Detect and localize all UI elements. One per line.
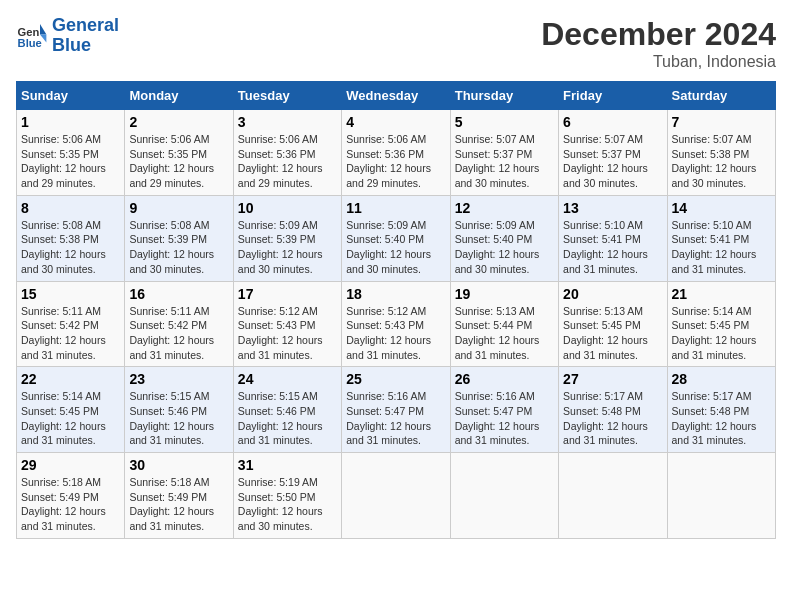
calendar-day-cell: 1 Sunrise: 5:06 AM Sunset: 5:35 PM Dayli… xyxy=(17,110,125,196)
sunset-time: 5:42 PM xyxy=(60,319,99,331)
day-number: 25 xyxy=(346,371,445,387)
day-number: 2 xyxy=(129,114,228,130)
sunset-label: Sunset: xyxy=(455,405,494,417)
calendar-day-cell xyxy=(342,453,450,539)
sunrise-label: Sunrise: xyxy=(455,133,496,145)
sunrise-label: Sunrise: xyxy=(563,133,604,145)
daylight-label: Daylight: xyxy=(563,162,607,174)
sunrise-time: 5:08 AM xyxy=(62,219,101,231)
day-info: Sunrise: 5:07 AM Sunset: 5:38 PM Dayligh… xyxy=(672,132,771,191)
calendar-day-cell: 2 Sunrise: 5:06 AM Sunset: 5:35 PM Dayli… xyxy=(125,110,233,196)
daylight-label: Daylight: xyxy=(563,334,607,346)
calendar-day-cell: 7 Sunrise: 5:07 AM Sunset: 5:38 PM Dayli… xyxy=(667,110,775,196)
daylight-label: Daylight: xyxy=(563,420,607,432)
col-tuesday: Tuesday xyxy=(233,82,341,110)
sunrise-label: Sunrise: xyxy=(346,305,387,317)
sunset-time: 5:37 PM xyxy=(602,148,641,160)
sunset-time: 5:35 PM xyxy=(168,148,207,160)
day-number: 27 xyxy=(563,371,662,387)
daylight-label: Daylight: xyxy=(129,162,173,174)
day-info: Sunrise: 5:07 AM Sunset: 5:37 PM Dayligh… xyxy=(563,132,662,191)
sunrise-label: Sunrise: xyxy=(129,476,170,488)
day-info: Sunrise: 5:09 AM Sunset: 5:40 PM Dayligh… xyxy=(346,218,445,277)
sunrise-label: Sunrise: xyxy=(129,390,170,402)
daylight-label: Daylight: xyxy=(238,334,282,346)
day-info: Sunrise: 5:13 AM Sunset: 5:45 PM Dayligh… xyxy=(563,304,662,363)
calendar-day-cell: 24 Sunrise: 5:15 AM Sunset: 5:46 PM Dayl… xyxy=(233,367,341,453)
day-info: Sunrise: 5:19 AM Sunset: 5:50 PM Dayligh… xyxy=(238,475,337,534)
sunset-time: 5:43 PM xyxy=(385,319,424,331)
calendar-day-cell: 27 Sunrise: 5:17 AM Sunset: 5:48 PM Dayl… xyxy=(559,367,667,453)
day-number: 6 xyxy=(563,114,662,130)
logo-blue: Blue xyxy=(52,35,91,55)
calendar-day-cell: 29 Sunrise: 5:18 AM Sunset: 5:49 PM Dayl… xyxy=(17,453,125,539)
calendar-day-cell: 5 Sunrise: 5:07 AM Sunset: 5:37 PM Dayli… xyxy=(450,110,558,196)
sunset-label: Sunset: xyxy=(346,405,385,417)
day-number: 3 xyxy=(238,114,337,130)
sunrise-label: Sunrise: xyxy=(455,219,496,231)
sunset-time: 5:40 PM xyxy=(493,233,532,245)
sunrise-label: Sunrise: xyxy=(346,390,387,402)
calendar-week-row: 22 Sunrise: 5:14 AM Sunset: 5:45 PM Dayl… xyxy=(17,367,776,453)
sunrise-label: Sunrise: xyxy=(672,133,713,145)
calendar-day-cell: 4 Sunrise: 5:06 AM Sunset: 5:36 PM Dayli… xyxy=(342,110,450,196)
svg-marker-2 xyxy=(40,24,46,34)
sunset-label: Sunset: xyxy=(672,148,711,160)
day-info: Sunrise: 5:14 AM Sunset: 5:45 PM Dayligh… xyxy=(672,304,771,363)
day-number: 22 xyxy=(21,371,120,387)
calendar-day-cell xyxy=(450,453,558,539)
page-subtitle: Tuban, Indonesia xyxy=(541,53,776,71)
calendar-day-cell: 30 Sunrise: 5:18 AM Sunset: 5:49 PM Dayl… xyxy=(125,453,233,539)
sunset-time: 5:38 PM xyxy=(60,233,99,245)
calendar-day-cell: 8 Sunrise: 5:08 AM Sunset: 5:38 PM Dayli… xyxy=(17,195,125,281)
day-info: Sunrise: 5:15 AM Sunset: 5:46 PM Dayligh… xyxy=(238,389,337,448)
daylight-label: Daylight: xyxy=(563,248,607,260)
col-friday: Friday xyxy=(559,82,667,110)
sunset-time: 5:43 PM xyxy=(276,319,315,331)
daylight-label: Daylight: xyxy=(346,248,390,260)
day-info: Sunrise: 5:10 AM Sunset: 5:41 PM Dayligh… xyxy=(563,218,662,277)
day-info: Sunrise: 5:13 AM Sunset: 5:44 PM Dayligh… xyxy=(455,304,554,363)
day-info: Sunrise: 5:12 AM Sunset: 5:43 PM Dayligh… xyxy=(346,304,445,363)
sunset-label: Sunset: xyxy=(563,233,602,245)
sunset-label: Sunset: xyxy=(238,148,277,160)
day-number: 7 xyxy=(672,114,771,130)
sunrise-label: Sunrise: xyxy=(672,390,713,402)
sunrise-label: Sunrise: xyxy=(346,133,387,145)
sunrise-time: 5:18 AM xyxy=(62,476,101,488)
sunset-label: Sunset: xyxy=(455,319,494,331)
logo: Gen Blue General Blue xyxy=(16,16,119,56)
daylight-label: Daylight: xyxy=(672,248,716,260)
sunrise-time: 5:11 AM xyxy=(171,305,210,317)
sunset-label: Sunset: xyxy=(455,148,494,160)
sunrise-time: 5:12 AM xyxy=(279,305,318,317)
sunrise-time: 5:09 AM xyxy=(279,219,318,231)
calendar-day-cell: 16 Sunrise: 5:11 AM Sunset: 5:42 PM Dayl… xyxy=(125,281,233,367)
day-number: 26 xyxy=(455,371,554,387)
calendar-day-cell: 6 Sunrise: 5:07 AM Sunset: 5:37 PM Dayli… xyxy=(559,110,667,196)
sunset-time: 5:36 PM xyxy=(276,148,315,160)
sunrise-label: Sunrise: xyxy=(455,390,496,402)
daylight-label: Daylight: xyxy=(21,162,65,174)
calendar-day-cell: 19 Sunrise: 5:13 AM Sunset: 5:44 PM Dayl… xyxy=(450,281,558,367)
calendar-week-row: 29 Sunrise: 5:18 AM Sunset: 5:49 PM Dayl… xyxy=(17,453,776,539)
sunrise-label: Sunrise: xyxy=(563,219,604,231)
day-info: Sunrise: 5:09 AM Sunset: 5:39 PM Dayligh… xyxy=(238,218,337,277)
sunset-time: 5:39 PM xyxy=(168,233,207,245)
calendar-day-cell: 18 Sunrise: 5:12 AM Sunset: 5:43 PM Dayl… xyxy=(342,281,450,367)
calendar-body: 1 Sunrise: 5:06 AM Sunset: 5:35 PM Dayli… xyxy=(17,110,776,539)
sunset-label: Sunset: xyxy=(238,233,277,245)
sunrise-time: 5:13 AM xyxy=(605,305,644,317)
sunset-time: 5:39 PM xyxy=(276,233,315,245)
daylight-label: Daylight: xyxy=(238,505,282,517)
sunset-time: 5:35 PM xyxy=(60,148,99,160)
sunrise-label: Sunrise: xyxy=(238,305,279,317)
sunset-label: Sunset: xyxy=(346,233,385,245)
sunrise-time: 5:18 AM xyxy=(171,476,210,488)
sunrise-time: 5:07 AM xyxy=(713,133,752,145)
day-number: 23 xyxy=(129,371,228,387)
day-number: 19 xyxy=(455,286,554,302)
calendar-week-row: 1 Sunrise: 5:06 AM Sunset: 5:35 PM Dayli… xyxy=(17,110,776,196)
col-monday: Monday xyxy=(125,82,233,110)
sunset-label: Sunset: xyxy=(21,148,60,160)
